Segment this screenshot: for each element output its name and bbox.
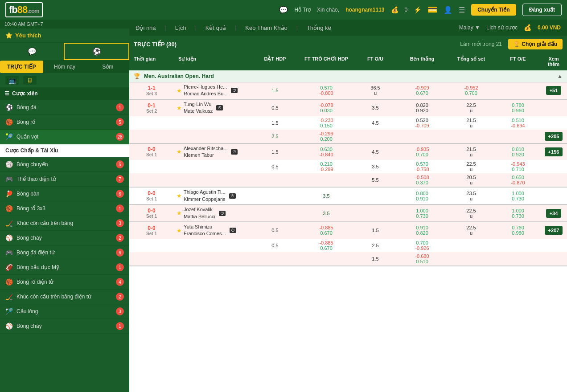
subnav-lich[interactable]: Lịch <box>175 24 186 31</box>
sidebar-item-khuc-con-cau[interactable]: 🏒 Khúc côn cầu trên băng 3 <box>0 216 129 231</box>
live-monitor-icon[interactable]: 🖥 <box>23 76 37 85</box>
sidebar-item-badge: 1 <box>116 263 124 271</box>
choose-tournament-button[interactable]: 🏆 Chọn giải đấu <box>508 39 563 49</box>
score-value: 1-1 <box>130 85 173 91</box>
menu-icon: ☰ <box>459 6 465 14</box>
event-cell: ★ Tung-Lin Wu Mate Valkusz ⏱ <box>174 100 251 116</box>
sidebar-item-label: Thể thao điện tử <box>16 176 112 182</box>
match-row: 1-1 Set 3 ★ Pierre-Hugues He... Roman An… <box>129 82 567 99</box>
ou-value-cell: -0.909 0.670 <box>398 84 447 97</box>
sidebar-item-badge: 3 <box>116 219 124 227</box>
sidebar-item-bong-ro-dien-tu[interactable]: 🏀 Bóng rổ điện tử 4 <box>0 275 129 290</box>
favorite-star[interactable]: ★ <box>177 148 182 155</box>
sub-navigation: Đội nhà | Lịch | Kết quả | Kèo Tham Khảo… <box>129 20 567 36</box>
favorite-star[interactable]: ★ <box>177 210 182 216</box>
sidebar-chat-icon[interactable]: 💬 <box>0 44 64 59</box>
sidebar-item-bong-da[interactable]: ⚽ Bóng đá 1 <box>0 100 129 115</box>
odds-type-selector[interactable]: Malay ▼ <box>459 24 480 31</box>
section-title: Men. Australian Open. Hard <box>144 73 214 79</box>
baseball2-icon: ⚾ <box>5 323 13 330</box>
ft-ou-cell: 36.5 u <box>353 84 398 97</box>
sidebar-item-bong-chay[interactable]: ⚾ Bóng chày 2 <box>0 231 129 245</box>
table-body: 🏆 Men. Australian Open. Hard ▲ 1-1 Set 3… <box>129 70 567 392</box>
sidebar-item-label: Bóng chày <box>16 323 112 329</box>
transfer-button[interactable]: Chuyển Tiền <box>471 4 516 16</box>
tab-truc-tiep[interactable]: TRỰC TIẾP <box>0 61 43 73</box>
sidebar-item-bong-chuyen[interactable]: 🏐 Bóng chuyền 5 <box>0 157 129 172</box>
subnav-ket-qua[interactable]: Kết quả <box>205 24 226 31</box>
subnav-thong-ke[interactable]: Thống kê <box>307 24 331 31</box>
match-row: 0-0 Set 1 ★ Yuta Shimizu Francisco Comes… <box>129 222 567 239</box>
sidebar-item-label: Bóng rổ điện tử <box>16 279 112 285</box>
sidebar-item-the-thao-dien-tu[interactable]: 🎮 Thể thao điện tử 7 <box>0 172 129 187</box>
sidebar-item-bong-chay2[interactable]: ⚾ Bóng chày 1 <box>0 319 129 334</box>
star-icon: ⭐ <box>5 32 12 39</box>
dat-hdp-cell: 1.5 <box>251 87 300 94</box>
subnav-keo-tham-khao[interactable]: Kèo Tham Khảo <box>245 24 287 31</box>
sidebar: 10:40 AM GMT+7 ⭐ Yêu thích 💬 ⚽ TRỰC TIẾP… <box>0 20 129 392</box>
nav-support-area: 💬 Hỗ Trợ Xin chào, hoangnam1113 💰 0 ⚡ 💳 … <box>279 4 562 16</box>
sidebar-item-badge: 7 <box>116 175 124 183</box>
sidebar-item-bong-ban[interactable]: 🏓 Bóng bàn 6 <box>0 187 129 201</box>
match-row: 0-0 Set 1 ★ Alexander Ritscha... Klemen … <box>129 144 567 160</box>
match-row: 0-0 Set 1 ★ Jozef Kovalik Mattia Bellucc… <box>129 205 567 221</box>
more-button[interactable]: +51 <box>546 86 562 95</box>
more-button-cell[interactable]: +51 <box>540 85 567 96</box>
more-button[interactable]: +207 <box>545 226 563 235</box>
section-collapse-toggle[interactable]: ▲ <box>557 73 563 79</box>
dat-hdp-cell: 0.5 <box>251 104 300 111</box>
sidebar-item-badge: 1 <box>116 322 124 330</box>
history-label[interactable]: Lịch sử cược <box>486 24 518 31</box>
tabletennis-icon: 🏓 <box>5 190 13 197</box>
ft-hdp-cell: 0.570 -0.800 <box>300 84 353 97</box>
tab-som[interactable]: Sớm <box>86 61 129 73</box>
favorites-label: Yêu thích <box>15 32 41 39</box>
more-button[interactable]: +34 <box>546 209 562 218</box>
sidebar-item-cau-long[interactable]: 🏸 Cầu lông 3 <box>0 304 129 319</box>
favorite-star[interactable]: ★ <box>177 87 182 94</box>
coupon-icon: ☰ <box>4 90 9 97</box>
sidebar-item-label: Quần vợt <box>16 134 112 140</box>
sub-nav-right: Malay ▼ Lịch sử cược 💰 0.00 VND <box>459 24 561 31</box>
logout-button[interactable]: Đăng xuất <box>522 4 562 16</box>
player2-name: Mate Valkusz <box>184 108 213 114</box>
sidebar-item-quan-vot[interactable]: 🎾 Quần vợt 28 <box>0 130 129 144</box>
live-tv-icon[interactable]: 📺 <box>5 76 19 85</box>
more-button[interactable]: +156 <box>545 147 563 156</box>
sidebar-item-bong-da-dien-tu[interactable]: 🎮 Bóng đá điện tử 6 <box>0 245 129 260</box>
logo: fb88.com <box>5 2 43 17</box>
basketball3x3-icon: 🏀 <box>5 205 13 212</box>
favorite-star[interactable]: ★ <box>177 192 182 199</box>
badminton-icon: 🏸 <box>5 308 13 315</box>
player1-name: Tung-Lin Wu <box>184 101 213 108</box>
match-group-5: 0-0 Set 1 ★ Jozef Kovalik Mattia Bellucc… <box>129 205 567 222</box>
sidebar-item-bong-ro[interactable]: 🏀 Bóng rổ 5 <box>0 115 129 130</box>
sidebar-item-label: Bóng chày <box>16 235 112 241</box>
player-names: Tung-Lin Wu Mate Valkusz <box>184 101 213 115</box>
coupon-label: Cược xiên <box>12 90 38 97</box>
sidebar-item-badge: 1 <box>116 103 124 111</box>
favorite-star[interactable]: ★ <box>177 105 182 111</box>
tong-set-cell <box>496 90 540 91</box>
th-time: Thời gian <box>129 55 174 68</box>
sidebar-coupon-item[interactable]: Cược Chấp & Tài Xỉu <box>0 144 129 157</box>
sidebar-item-badge: 5 <box>116 160 124 168</box>
sidebar-favorites[interactable]: ⭐ Yêu thích <box>0 29 129 43</box>
sub-match-row: 0.5 -0.885 0.670 2.5 0.700 -0.926 <box>129 239 567 252</box>
tab-hom-nay[interactable]: Hôm nay <box>43 61 86 73</box>
user-icon: 👤 <box>444 6 452 14</box>
support-label[interactable]: Hỗ Trợ <box>294 7 311 13</box>
sports-bar: TRỰC TIẾP (30) Làm mới trong 21 🏆 Chọn g… <box>129 36 567 53</box>
sidebar-icons-row: 💬 ⚽ <box>0 43 129 61</box>
wallet-icon: 💰 <box>391 6 399 13</box>
more-button[interactable]: +205 <box>545 132 563 141</box>
subnav-doi-nha[interactable]: Đội nhà <box>136 24 156 31</box>
score-cell: 0-1 Set 2 <box>129 101 174 115</box>
sidebar-item-bong-ro-3x3[interactable]: 🏀 Bóng rổ 3x3 1 <box>0 201 129 216</box>
favorite-star[interactable]: ★ <box>177 227 182 234</box>
sidebar-sports-icon[interactable]: ⚽ <box>64 43 129 60</box>
sidebar-item-badge: 4 <box>116 278 124 286</box>
sidebar-item-khuc-con-cau-dt[interactable]: 🏒 Khúc côn cầu trên băng điện tử 2 <box>0 290 129 304</box>
sidebar-item-bong-bau-duc-my[interactable]: 🏈 Bóng bầu dục Mỹ 1 <box>0 260 129 275</box>
sidebar-time: 10:40 AM GMT+7 <box>0 20 129 29</box>
